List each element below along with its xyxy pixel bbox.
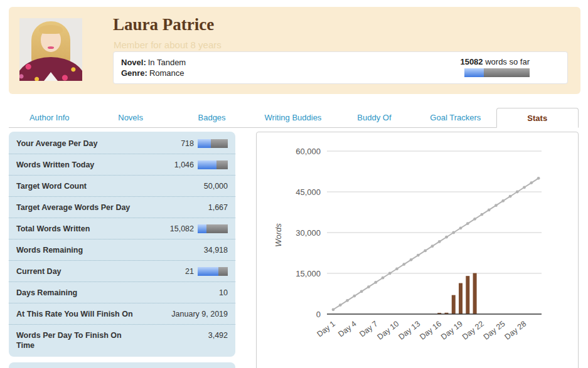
target-pace-marker <box>523 186 526 189</box>
target-pace-marker <box>473 218 476 221</box>
stats-row-label: Your Average Per Day <box>16 139 137 149</box>
target-pace-marker <box>516 191 519 194</box>
target-pace-marker <box>360 290 363 293</box>
stats-row: Words Written Today1,046 <box>9 154 235 175</box>
avatar <box>19 18 82 81</box>
target-pace-marker <box>452 231 455 234</box>
profile-tabs: Author InfoNovelsBadgesWriting BuddiesBu… <box>9 108 579 128</box>
target-pace-marker <box>353 295 356 298</box>
avatar-lips <box>48 46 54 49</box>
stats-row: Target Average Words Per Day1,667 <box>9 196 235 218</box>
target-pace-marker <box>410 258 413 261</box>
target-pace-marker <box>537 177 540 180</box>
daily-words-bar-day-18 <box>452 295 456 314</box>
wordcount-value: 15082 <box>460 57 483 66</box>
stats-row-progress-bar <box>198 160 228 169</box>
wordcount-block: 15082 words so far <box>460 57 530 77</box>
target-pace-marker <box>395 267 398 270</box>
avatar-bangs <box>39 25 63 34</box>
tab-badges[interactable]: Badges <box>171 108 252 127</box>
header-progress-fill <box>464 68 484 77</box>
target-pace-marker <box>339 303 342 307</box>
tab-author-info[interactable]: Author Info <box>9 108 90 127</box>
y-tick-label: 15,000 <box>296 269 321 278</box>
stats-row-label: Current Day <box>16 266 137 276</box>
stats-row: Current Day21 <box>9 260 235 281</box>
novel-label: Novel: <box>121 58 146 67</box>
y-tick-label: 30,000 <box>296 228 321 238</box>
target-pace-marker <box>438 240 441 243</box>
novel-title: In Tandem <box>148 58 186 67</box>
target-pace-marker <box>346 299 349 302</box>
novel-summary-box: Novel:In Tandem Genre:Romance 15082 word… <box>113 51 568 84</box>
stats-row-progress-bar <box>198 224 228 233</box>
y-tick-label: 45,000 <box>296 187 321 197</box>
target-pace-marker <box>431 244 434 248</box>
target-pace-marker <box>466 222 469 225</box>
profile-header: Laura Patrice Member for about 8 years N… <box>9 7 580 94</box>
next-section-panel <box>9 362 235 368</box>
stats-row-right: January 9, 2019 <box>171 309 228 319</box>
target-pace-marker <box>494 204 498 207</box>
wordcount-text: 15082 words so far <box>460 57 530 66</box>
stats-row-progress-fill <box>198 160 216 169</box>
stats-panel: Your Average Per Day718Words Written Tod… <box>9 132 235 357</box>
stats-row-right: 1,667 <box>208 202 228 213</box>
x-tick-label: Day 28 <box>503 319 528 341</box>
stats-row-value: January 9, 2019 <box>171 309 228 319</box>
stats-row: Words Per Day To Finish On Time3,492 <box>9 324 235 355</box>
tab-writing-buddies[interactable]: Writing Buddies <box>252 108 333 127</box>
words-chart-panel: 015,00030,00045,00060,000WordsDay 1Day 4… <box>256 132 579 368</box>
stats-row-label: Words Written Today <box>16 160 137 170</box>
daily-words-bar-day-19 <box>459 283 462 314</box>
target-pace-marker <box>374 281 377 284</box>
stats-row-label: Target Average Words Per Day <box>16 202 137 213</box>
stats-row-right: 21 <box>185 266 228 276</box>
stats-row-label: Days Remaining <box>16 288 137 298</box>
stats-row-right: 1,046 <box>174 160 228 170</box>
target-pace-marker <box>501 199 505 202</box>
stats-row-right: 34,918 <box>204 245 228 255</box>
stats-row-value: 34,918 <box>204 245 228 255</box>
x-tick-label: Day 25 <box>482 319 507 341</box>
stats-row-label: At This Rate You Will Finish On <box>16 309 137 319</box>
stats-row-right: 10 <box>219 288 228 298</box>
target-pace-marker <box>509 195 512 198</box>
novel-info: Novel:In Tandem Genre:Romance <box>121 57 186 78</box>
stats-row-value: 15,082 <box>170 224 194 234</box>
target-pace-line <box>333 178 538 309</box>
tab-buddy-of[interactable]: Buddy Of <box>334 108 415 127</box>
header-progress-bar <box>464 68 530 77</box>
target-pace-marker <box>480 213 483 216</box>
stats-row: Days Remaining10 <box>9 281 235 303</box>
member-since: Member for about 8 years <box>114 39 222 50</box>
x-tick-label: Day 10 <box>376 319 401 341</box>
target-pace-marker <box>332 308 335 311</box>
stats-row-progress-bar <box>198 139 228 148</box>
target-pace-marker <box>424 249 427 252</box>
stats-row-right: 15,082 <box>170 224 228 234</box>
target-pace-marker <box>488 208 491 211</box>
x-tick-label: Day 4 <box>336 319 358 339</box>
stats-row-label: Words Per Day To Finish On Time <box>16 330 137 350</box>
tab-stats[interactable]: Stats <box>496 108 579 128</box>
stats-row: At This Rate You Will Finish OnJanuary 9… <box>9 303 235 324</box>
genre-label: Genre: <box>121 68 147 78</box>
stats-row-value: 50,000 <box>204 181 228 191</box>
stats-row-progress-fill <box>198 139 211 148</box>
tab-goal-trackers[interactable]: Goal Trackers <box>415 108 496 127</box>
stats-row-value: 3,492 <box>208 330 228 340</box>
x-tick-label: Day 13 <box>397 319 422 341</box>
target-pace-marker <box>382 276 385 280</box>
stats-row-value: 1,667 <box>208 202 228 213</box>
target-pace-marker <box>417 254 420 257</box>
stats-row: Target Word Count50,000 <box>9 175 235 196</box>
target-pace-marker <box>530 181 533 184</box>
stats-row-progress-fill <box>198 224 206 233</box>
genre-value: Romance <box>149 68 184 78</box>
stats-row-progress-bar <box>198 267 228 276</box>
stats-row-value: 1,046 <box>174 160 194 170</box>
tab-novels[interactable]: Novels <box>90 108 171 127</box>
daily-words-bar-day-21 <box>473 273 477 314</box>
target-pace-marker <box>459 226 462 229</box>
